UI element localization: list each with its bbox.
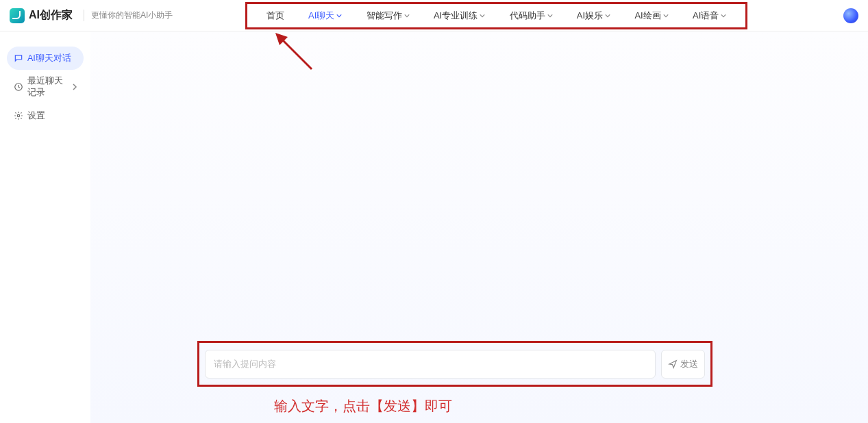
nav-label: AI语音 bbox=[693, 10, 719, 22]
chat-input-highlight-box: 发送 bbox=[197, 341, 712, 387]
chevron-down-icon bbox=[336, 13, 342, 18]
send-button-label: 发送 bbox=[680, 358, 698, 370]
sidebar-item-label: AI聊天对话 bbox=[27, 53, 71, 64]
chevron-down-icon bbox=[547, 13, 553, 18]
top-header: AI创作家 更懂你的智能AI小助手 首页 AI聊天 智能写作 AI专业训练 代码… bbox=[0, 0, 868, 31]
send-button[interactable]: 发送 bbox=[661, 350, 705, 379]
logo[interactable]: AI创作家 更懂你的智能AI小助手 bbox=[0, 8, 173, 23]
chat-icon bbox=[14, 53, 23, 63]
sidebar-item-ai-chat[interactable]: AI聊天对话 bbox=[7, 47, 84, 70]
top-nav-highlight-box: 首页 AI聊天 智能写作 AI专业训练 代码助手 AI娱乐 AI绘画 AI语音 bbox=[245, 2, 747, 29]
nav-home[interactable]: 首页 bbox=[266, 10, 284, 22]
chevron-down-icon bbox=[663, 13, 669, 18]
chevron-down-icon bbox=[404, 13, 410, 18]
gear-icon bbox=[14, 111, 23, 120]
nav-ai-training[interactable]: AI专业训练 bbox=[434, 10, 485, 22]
nav-ai-voice[interactable]: AI语音 bbox=[693, 10, 726, 22]
nav-smart-writing[interactable]: 智能写作 bbox=[367, 10, 410, 22]
chevron-right-icon bbox=[71, 84, 78, 90]
nav-label: 首页 bbox=[266, 10, 284, 22]
sidebar: AI聊天对话 最近聊天记录 设置 bbox=[0, 31, 90, 423]
nav-label: 代码助手 bbox=[510, 10, 545, 22]
nav-label: AI娱乐 bbox=[577, 10, 603, 22]
app-logo-icon bbox=[10, 8, 25, 23]
sidebar-item-label: 设置 bbox=[27, 110, 45, 122]
chat-input[interactable] bbox=[205, 350, 656, 379]
chevron-down-icon bbox=[480, 13, 485, 18]
nav-code-assistant[interactable]: 代码助手 bbox=[510, 10, 553, 22]
send-icon bbox=[668, 359, 678, 369]
chevron-down-icon bbox=[605, 13, 610, 18]
nav-label: AI专业训练 bbox=[434, 10, 478, 22]
app-tagline: 更懂你的智能AI小助手 bbox=[84, 10, 173, 21]
clock-icon bbox=[14, 82, 23, 92]
svg-point-1 bbox=[17, 114, 20, 117]
nav-label: 智能写作 bbox=[367, 10, 402, 22]
nav-ai-painting[interactable]: AI绘画 bbox=[634, 10, 668, 22]
nav-ai-entertainment[interactable]: AI娱乐 bbox=[577, 10, 610, 22]
app-name: AI创作家 bbox=[29, 8, 73, 23]
nav-ai-chat[interactable]: AI聊天 bbox=[308, 10, 342, 22]
avatar[interactable] bbox=[843, 8, 858, 23]
annotation-caption: 输入文字，点击【发送】即可 bbox=[274, 397, 452, 415]
sidebar-item-label: 最近聊天记录 bbox=[27, 75, 67, 99]
nav-label: AI聊天 bbox=[308, 10, 334, 22]
sidebar-item-settings[interactable]: 设置 bbox=[7, 104, 84, 127]
nav-label: AI绘画 bbox=[634, 10, 660, 22]
chevron-down-icon bbox=[721, 13, 726, 18]
sidebar-item-recent-chats[interactable]: 最近聊天记录 bbox=[7, 75, 84, 99]
